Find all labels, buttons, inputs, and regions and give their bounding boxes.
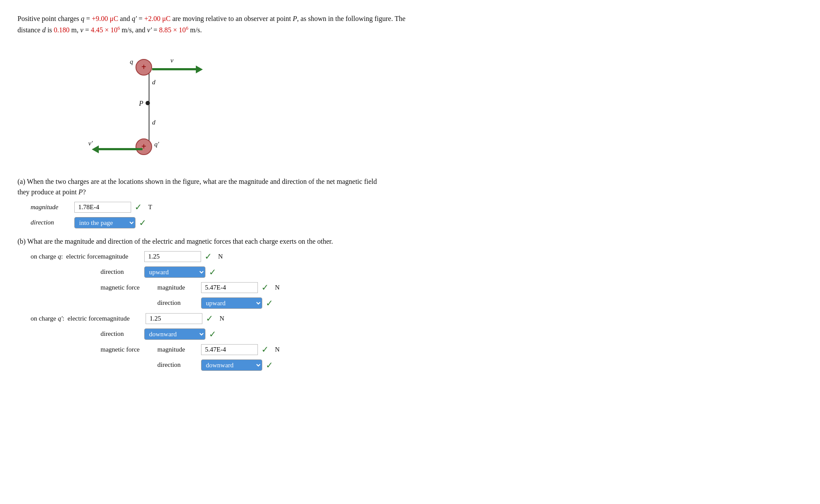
d-lower-label: d [152,119,156,126]
charge-qp-label-b: on charge q': electric force [31,315,102,322]
point-p-dot [146,101,150,105]
problem-text: Positive point charges q = +9.00 μC and … [17,13,673,36]
part-a-section: (a) When the two charges are at the loca… [17,176,673,228]
part-b-question: (b) What are the magnitude and direction… [17,236,673,247]
part-a-magnitude-row: magnitude ✓ T [31,202,673,213]
vp-exp: 6 [186,25,188,31]
mag-dir-label-qp: direction [157,361,201,369]
elec-mag-unit-qp: N [219,315,224,322]
d-value: 0.180 [54,26,69,34]
charge-qp-magnetic-magnitude-row: magnetic force magnitude ✓ N [31,344,673,355]
part-b-grid: on charge q: electric force magnitude ✓ … [31,251,673,371]
charge-q-magnetic-magnitude-row: magnetic force magnitude ✓ N [31,282,673,293]
velocity-v-label: v [170,57,174,64]
mag-mag-input-q[interactable] [201,282,258,293]
point-p-label: P [139,100,143,107]
v-value: 4.45 [91,26,103,34]
velocity-vp-arrow [92,145,142,153]
elec-mag-check-q: ✓ [205,251,212,262]
elec-dir-select-q[interactable]: upward downward into the page out of the… [144,266,205,278]
vertical-line [149,68,149,148]
d-upper-label: d [152,79,156,86]
diagram-container: + q v d P d + q' v' [17,44,280,166]
mag-mag-input-qp[interactable] [201,344,258,355]
mag-mag-label-qp: magnitude [157,346,201,353]
part-b-text: (b) What are the magnitude and direction… [17,238,333,245]
elec-mag-label-q: magnitude [101,253,144,260]
magnitude-input-a[interactable] [74,202,131,213]
magnitude-label-a: magnitude [31,204,74,211]
elec-dir-select-qp[interactable]: upward downward into the page out of the… [144,328,205,340]
direction-checkmark-a: ✓ [139,217,146,228]
charge-qp-electric-direction-row: direction upward downward into the page … [31,328,673,340]
mag-mag-check-q: ✓ [261,282,269,293]
elec-mag-input-q[interactable] [144,251,201,262]
elec-mag-label-qp: magnitude [102,315,146,322]
charge-qp-label: q' [154,141,159,148]
charge-q-label-b: on charge q: electric force [31,253,101,260]
magnitude-unit-a: T [148,204,152,211]
charge-q-electric-direction-row: direction upward downward into the page … [31,266,673,278]
elec-mag-check-qp: ✓ [206,313,213,324]
mag-force-label-q: magnetic force [101,284,157,291]
vp-arrow-head [92,145,99,153]
magnitude-checkmark-a: ✓ [135,202,142,212]
charge-q-electric-magnitude-row: on charge q: electric force magnitude ✓ … [31,251,673,262]
v-arrow-shaft [152,68,196,70]
problem-intro: Positive point charges q = +9.00 μC and … [17,15,406,22]
elec-dir-label-q: direction [101,268,144,276]
mag-mag-check-qp: ✓ [261,344,269,355]
velocity-v-arrow [152,66,203,73]
part-a-question: (a) When the two charges are at the loca… [17,176,673,197]
problem-values: distance d is 0.180 m, v = 4.45 × 106 m/… [17,26,202,34]
elec-mag-unit-q: N [218,253,223,260]
mag-mag-unit-qp: N [275,346,280,353]
charge-q-circle: + [136,59,152,76]
mag-mag-unit-q: N [275,284,280,291]
mag-dir-select-qp[interactable]: upward downward into the page out of the… [201,359,262,371]
v-exp: 6 [118,25,120,31]
part-b-section: (b) What are the magnitude and direction… [17,236,673,371]
elec-dir-label-qp: direction [101,330,144,338]
vp-value: 8.85 [159,26,171,34]
elec-dir-check-q: ✓ [209,267,216,277]
charge-qp-electric-magnitude-row: on charge q': electric force magnitude ✓… [31,313,673,324]
mag-mag-label-q: magnitude [157,284,201,291]
mag-dir-check-q: ✓ [266,298,273,308]
part-a-text: (a) When the two charges are at the loca… [17,178,377,196]
diagram: + q v d P d + q' v' [79,44,219,166]
mag-force-label-qp: magnetic force [101,346,157,353]
direction-label-a: direction [31,219,74,226]
charge-q-magnetic-direction-row: direction upward downward into the page … [31,297,673,309]
mag-dir-select-q[interactable]: upward downward into the page out of the… [201,297,262,309]
q-value: +9.00 [92,15,108,22]
charge-q-label: q [130,58,133,66]
elec-mag-input-qp[interactable] [146,313,202,324]
v-arrow-head [196,66,203,73]
velocity-vp-label: v' [88,140,93,147]
mag-dir-check-qp: ✓ [266,360,273,370]
charge-q-plus: + [141,62,146,72]
direction-select-a[interactable]: into the page out of the page upward dow… [74,217,136,228]
qp-value: +2.00 [144,15,160,22]
vp-arrow-shaft [99,148,142,150]
charge-qp-magnetic-direction-row: direction upward downward into the page … [31,359,673,371]
mag-dir-label-q: direction [157,299,201,307]
elec-dir-check-qp: ✓ [209,329,216,339]
part-a-direction-row: direction into the page out of the page … [31,217,673,228]
